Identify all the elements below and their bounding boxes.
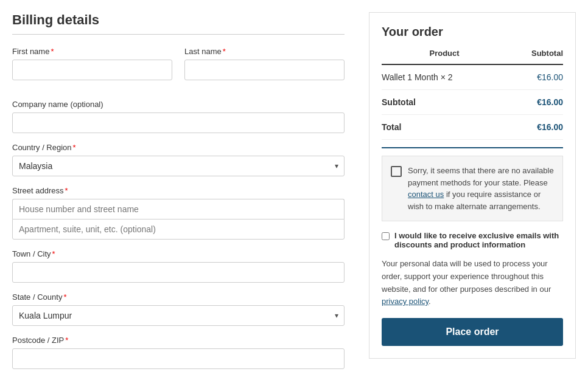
place-order-button[interactable]: Place order xyxy=(382,318,563,346)
first-name-input[interactable] xyxy=(12,60,172,80)
order-section: Your order Product Subtotal Wallet 1 Mon… xyxy=(369,12,576,380)
order-box: Your order Product Subtotal Wallet 1 Mon… xyxy=(369,12,576,359)
email-checkbox[interactable] xyxy=(382,232,390,240)
postcode-label: Postcode / ZIP* xyxy=(12,336,345,345)
last-name-input[interactable] xyxy=(184,60,345,80)
last-name-required: * xyxy=(223,47,226,56)
postcode-required: * xyxy=(65,336,68,345)
email-checkbox-row: I would like to receive exclusive emails… xyxy=(382,231,563,249)
notice-icon-inner xyxy=(391,166,402,177)
country-label: Country / Region* xyxy=(12,143,345,152)
postcode-input[interactable] xyxy=(12,348,345,369)
product-price: €16.00 xyxy=(507,64,563,90)
last-name-group: Last name* xyxy=(184,47,345,80)
info-icon xyxy=(391,166,402,212)
country-required: * xyxy=(73,143,76,152)
postcode-group: Postcode / ZIP* xyxy=(12,336,345,369)
notice-text: Sorry, it seems that there are no availa… xyxy=(408,165,554,212)
country-select[interactable]: Malaysia Singapore Indonesia Thailand Ph… xyxy=(12,156,345,176)
contact-us-link[interactable]: contact us xyxy=(408,190,444,199)
billing-section: Billing details First name* Last name* C… xyxy=(12,12,345,380)
table-row: Wallet 1 Month × 2 €16.00 xyxy=(382,64,563,90)
state-group: State / County* Kuala Lumpur Selangor Pe… xyxy=(12,292,345,326)
town-input[interactable] xyxy=(12,262,345,283)
company-name-input[interactable] xyxy=(12,112,345,133)
street-input-2[interactable] xyxy=(12,219,345,240)
first-name-required: * xyxy=(51,47,54,56)
street-required: * xyxy=(65,186,68,195)
subtotal-row: Subtotal €16.00 xyxy=(382,90,563,115)
name-row: First name* Last name* xyxy=(12,47,345,90)
email-checkbox-label: I would like to receive exclusive emails… xyxy=(394,231,563,249)
street-input-1[interactable] xyxy=(12,199,345,219)
town-group: Town / City* xyxy=(12,249,345,283)
street-group: Street address* xyxy=(12,186,345,240)
company-name-label: Company name (optional) xyxy=(12,100,345,109)
billing-divider xyxy=(12,34,345,35)
order-divider xyxy=(382,147,563,148)
first-name-group: First name* xyxy=(12,47,172,80)
street-label: Street address* xyxy=(12,186,345,195)
state-required: * xyxy=(63,292,66,302)
subtotal-label: Subtotal xyxy=(382,90,507,115)
total-row: Total €16.00 xyxy=(382,115,563,140)
state-label: State / County* xyxy=(12,292,345,302)
total-label: Total xyxy=(382,115,507,140)
total-value: €16.00 xyxy=(507,115,563,140)
page-container: Billing details First name* Last name* C… xyxy=(12,12,576,380)
state-select[interactable]: Kuala Lumpur Selangor Penang Johor Sabah… xyxy=(12,305,345,326)
billing-title: Billing details xyxy=(12,12,345,28)
town-required: * xyxy=(52,249,55,258)
product-name: Wallet 1 Month × 2 xyxy=(382,64,507,90)
privacy-policy-link[interactable]: privacy policy xyxy=(382,297,429,306)
last-name-label: Last name* xyxy=(184,47,345,56)
notice-box: Sorry, it seems that there are no availa… xyxy=(382,156,563,221)
country-select-wrapper: Malaysia Singapore Indonesia Thailand Ph… xyxy=(12,156,345,176)
company-name-group: Company name (optional) xyxy=(12,100,345,133)
order-title: Your order xyxy=(382,25,563,39)
subtotal-value: €16.00 xyxy=(507,90,563,115)
town-label: Town / City* xyxy=(12,249,345,258)
country-group: Country / Region* Malaysia Singapore Ind… xyxy=(12,143,345,176)
order-table: Product Subtotal Wallet 1 Month × 2 €16.… xyxy=(382,49,563,140)
col-product-header: Product xyxy=(382,49,507,64)
col-subtotal-header: Subtotal xyxy=(507,49,563,64)
state-select-wrapper: Kuala Lumpur Selangor Penang Johor Sabah… xyxy=(12,305,345,326)
first-name-label: First name* xyxy=(12,47,172,56)
privacy-text: Your personal data will be used to proce… xyxy=(382,258,563,308)
